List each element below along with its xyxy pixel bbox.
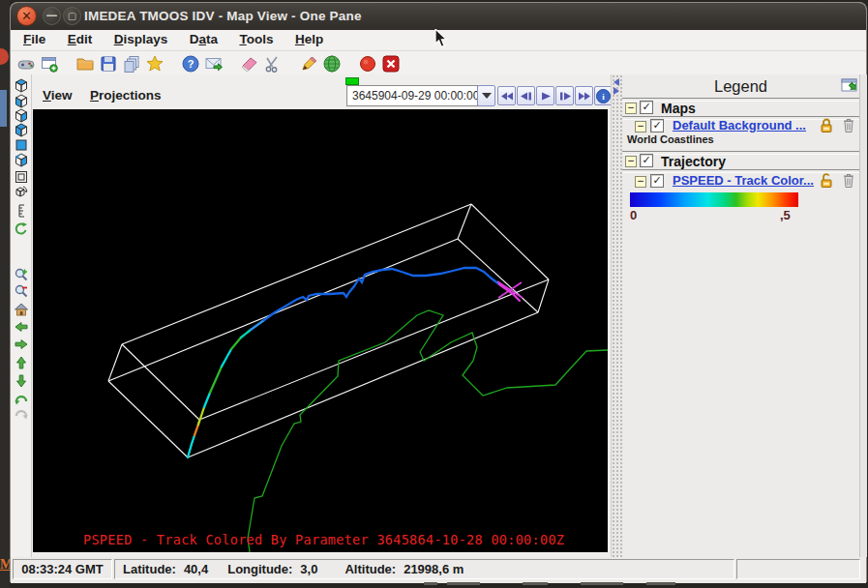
record-icon[interactable] <box>358 54 377 74</box>
latitude-label: Latitude: <box>123 562 176 576</box>
legend-scroll-strip[interactable] <box>859 74 867 557</box>
cut-icon[interactable] <box>263 54 283 74</box>
undo-icon[interactable] <box>14 392 29 407</box>
copy-icon[interactable] <box>122 54 141 74</box>
legend-title: Legend <box>622 77 859 96</box>
time-select-value[interactable]: 3645904-09-29 00:00:00Z <box>346 85 478 106</box>
remove-display-trash-icon[interactable] <box>842 117 855 133</box>
dashboard-icon[interactable] <box>16 54 36 74</box>
collapse-right-arrow-icon[interactable] <box>614 87 619 95</box>
lock-open-icon[interactable] <box>819 172 836 189</box>
status-bar: 08:33:24 GMT Latitude:40,4Longitude:3,0A… <box>11 557 866 583</box>
map-scene <box>33 109 608 552</box>
pan-right-icon[interactable] <box>14 337 29 352</box>
edit-pencil-icon[interactable] <box>299 54 318 74</box>
pspeed-track-link[interactable]: PSPEED - Track Color... <box>673 173 814 188</box>
auto-rotate-icon[interactable] <box>14 221 29 237</box>
altitude-label: Altitude: <box>344 562 396 576</box>
menu-file[interactable]: File <box>15 30 54 51</box>
split-pane-divider[interactable] <box>611 74 622 557</box>
pan-down-icon[interactable] <box>14 373 29 389</box>
exit-icon[interactable] <box>381 54 401 74</box>
colorbar-min-label: 0 <box>630 208 637 222</box>
default-background-checkbox[interactable]: ✓ <box>650 119 664 132</box>
time-running-indicator <box>345 77 359 85</box>
go-last-button[interactable] <box>575 86 593 105</box>
favorites-star-icon[interactable] <box>145 54 165 74</box>
float-legend-icon[interactable] <box>841 78 858 93</box>
globe-icon[interactable] <box>322 54 342 74</box>
erase-icon[interactable] <box>240 54 259 74</box>
box-view-icon[interactable] <box>14 169 29 185</box>
menu-data[interactable]: Data <box>181 30 226 51</box>
collapse-maps-button[interactable]: − <box>625 103 637 114</box>
step-forward-button[interactable] <box>555 86 574 105</box>
pan-left-icon[interactable] <box>14 319 29 335</box>
go-first-button[interactable] <box>497 86 516 105</box>
map-display-panel: View Projections 3645904-09-29 00:00:00Z… <box>32 74 611 557</box>
map-3d-view[interactable]: PSPEED - Track Colored By Parameter 3645… <box>33 109 608 552</box>
background-fragment <box>447 582 480 585</box>
cube-top-icon[interactable] <box>14 78 29 94</box>
play-button[interactable] <box>536 86 554 105</box>
zoom-in-icon[interactable] <box>14 267 29 282</box>
collapse-pspeed-button[interactable]: − <box>635 176 646 188</box>
collapse-default-background-button[interactable]: − <box>635 121 646 132</box>
legend-panel: Legend − ✓ Maps − ✓ Default Background .… <box>622 74 859 557</box>
menu-displays[interactable]: Displays <box>105 30 177 51</box>
separator <box>622 151 859 155</box>
zoom-out-icon[interactable] <box>14 283 29 299</box>
lock-closed-icon[interactable] <box>819 117 834 133</box>
menu-tools[interactable]: Tools <box>230 30 282 51</box>
support-mail-icon[interactable] <box>204 54 224 74</box>
open-file-icon[interactable] <box>75 54 95 74</box>
layer-sublabel: World Coastlines <box>627 133 714 145</box>
longitude-value: 3,0 <box>300 562 317 576</box>
separator <box>622 98 859 102</box>
colorbar-max-label: ,5 <box>780 208 791 222</box>
maps-section-label: Maps <box>661 101 696 116</box>
step-back-button[interactable] <box>517 86 535 105</box>
save-icon[interactable] <box>99 54 118 74</box>
legend-colorbar[interactable] <box>630 192 798 207</box>
background-fragment <box>0 90 7 127</box>
map-overlay-label: PSPEED - Track Colored By Parameter 3645… <box>83 532 564 547</box>
close-button[interactable]: ✕ <box>16 6 37 26</box>
minimize-button[interactable]: — <box>43 7 61 25</box>
cube-left-icon[interactable] <box>14 108 29 124</box>
new-window-icon[interactable] <box>40 54 59 74</box>
trajectory-visibility-checkbox[interactable]: ✓ <box>640 154 653 167</box>
menu-edit[interactable]: Edit <box>59 30 102 51</box>
cube-back-icon[interactable] <box>14 153 29 168</box>
titlebar[interactable]: ✕ — ▢ IMEDEA TMOOS IDV - Map View - One … <box>11 3 866 30</box>
remove-display-trash-icon[interactable] <box>842 172 855 189</box>
pspeed-checkbox[interactable]: ✓ <box>650 174 664 188</box>
rotate-cube-icon[interactable] <box>14 185 29 200</box>
menu-projections[interactable]: Projections <box>87 88 172 103</box>
cube-right-icon[interactable] <box>14 123 29 138</box>
trajectory-section-label: Trajectory <box>661 154 726 169</box>
altitude-value: 21998,6 m <box>404 562 464 576</box>
time-dropdown-button[interactable] <box>477 85 495 106</box>
cube-front-icon[interactable] <box>14 137 29 153</box>
redo-icon[interactable] <box>14 406 29 422</box>
vertical-scale-icon[interactable] <box>14 203 29 219</box>
cube-bottom-icon[interactable] <box>14 94 29 109</box>
collapse-trajectory-button[interactable]: − <box>625 156 637 167</box>
maximize-button[interactable]: ▢ <box>63 7 81 25</box>
menu-view[interactable]: View <box>40 88 83 103</box>
menu-help[interactable]: Help <box>286 30 332 51</box>
home-icon[interactable] <box>14 302 29 317</box>
window-title: IMEDEA TMOOS IDV - Map View - One Pane <box>84 3 362 30</box>
longitude-label: Longitude: <box>227 562 292 576</box>
content-area: View Projections 3645904-09-29 00:00:00Z… <box>11 74 866 557</box>
default-background-link[interactable]: Default Background ... <box>673 118 806 132</box>
cursor-position-readout: Latitude:40,4Longitude:3,0Altitude:21998… <box>114 559 734 579</box>
maps-visibility-checkbox[interactable]: ✓ <box>640 101 653 114</box>
help-icon[interactable]: ? <box>181 54 200 74</box>
background-fragment <box>646 582 675 585</box>
pan-up-icon[interactable] <box>14 355 29 370</box>
message-readout <box>736 559 860 579</box>
clock-readout: 08:33:24 GMT <box>13 559 112 579</box>
collapse-left-arrow-icon[interactable] <box>614 78 619 86</box>
